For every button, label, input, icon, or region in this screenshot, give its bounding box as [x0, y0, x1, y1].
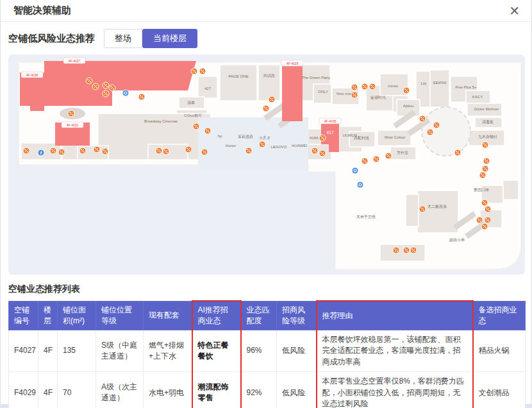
- col-header-floor: 楼层: [38, 301, 58, 330]
- recommendation-table: 空铺编号楼层铺位面积(m²)铺位位置等级现有配套AI推荐招商业态业态匹配度招商风…: [8, 300, 526, 408]
- cell-area: 70: [58, 372, 96, 408]
- shop-promo-marker-icon[interactable]: [403, 247, 410, 253]
- shop-promo-marker-icon[interactable]: [385, 153, 392, 159]
- shop-promo-marker-icon[interactable]: [193, 123, 199, 130]
- brand-marker-icon[interactable]: [122, 90, 129, 96]
- map-shop-label: 大米于古情: [356, 214, 376, 219]
- shop-promo-marker-icon[interactable]: [163, 148, 169, 155]
- shop-promo-marker-icon[interactable]: [94, 146, 100, 153]
- col-header-area: 铺位面积(m²): [58, 301, 96, 330]
- brand-marker-icon[interactable]: [357, 182, 363, 188]
- shop-promo-marker-icon[interactable]: [86, 78, 92, 84]
- shop-promo-marker-icon[interactable]: [410, 247, 417, 253]
- map-shop-label: 金禧时代: [370, 96, 386, 100]
- table-row[interactable]: F40294F70A级（次主通道）水电+弱电潮流配饰零售92%低风险本层零售业态…: [9, 372, 526, 408]
- map-shop-label: HUAWEI: [292, 144, 307, 148]
- shop-promo-marker-icon[interactable]: [269, 96, 275, 103]
- shop-promo-marker-icon[interactable]: [481, 200, 488, 206]
- shop-promo-marker-icon[interactable]: [109, 85, 115, 91]
- vacant-shop-badge-label: 4F-4032: [67, 123, 79, 127]
- shop-promo-marker-icon[interactable]: [427, 129, 433, 135]
- map-shop-label: 茉莉酒后: [238, 135, 253, 139]
- shop-promo-marker-icon[interactable]: [393, 247, 399, 253]
- store-block: [313, 84, 331, 103]
- shop-promo-marker-icon[interactable]: [23, 148, 29, 154]
- cell-reason: 本层零售业态空置率仅8%，客群消费力匹配，小面积铺位投入低，招商周期短，无业态过…: [317, 372, 473, 408]
- shop-promo-marker-icon[interactable]: [419, 115, 426, 122]
- brand-marker-icon[interactable]: f: [38, 149, 44, 156]
- close-icon[interactable]: ✕: [509, 4, 520, 17]
- shop-promo-marker-icon[interactable]: [103, 82, 109, 89]
- shop-promo-marker-icon[interactable]: [481, 223, 488, 230]
- shop-promo-marker-icon[interactable]: [482, 166, 488, 172]
- cell-floor: 4F: [38, 372, 58, 408]
- store-block: [406, 194, 419, 226]
- store-block: [503, 180, 519, 200]
- cell-id: F4029: [9, 372, 38, 408]
- cell-ai_type: 潮流配饰零售: [192, 372, 241, 408]
- map-shop-label: Ajidou: [403, 104, 414, 108]
- map-shop-label: 西配利道: [354, 136, 369, 140]
- vacant-shop-area[interactable]: [20, 72, 44, 111]
- shop-promo-marker-icon[interactable]: [479, 172, 486, 178]
- shop-promo-marker-icon[interactable]: [362, 83, 368, 90]
- shop-promo-marker-icon[interactable]: [199, 68, 206, 74]
- shop-promo-marker-icon[interactable]: [485, 206, 491, 212]
- toggle-current-floor[interactable]: 当前楼层: [142, 29, 197, 48]
- dialog-header: 智能决策辅助 ✕: [1, 0, 531, 22]
- shop-promo-marker-icon[interactable]: [373, 156, 379, 162]
- map-shop-label: 四试西: [263, 74, 275, 78]
- shop-promo-marker-icon[interactable]: [92, 83, 99, 90]
- shop-promo-marker-icon[interactable]: [50, 148, 56, 154]
- shop-promo-marker-icon[interactable]: [362, 158, 368, 164]
- shop-promo-marker-icon[interactable]: [185, 146, 192, 153]
- shop-promo-marker-icon[interactable]: [102, 148, 108, 155]
- shop-promo-marker-icon[interactable]: [454, 149, 461, 156]
- cell-ai_type: 特色正餐餐饮: [192, 330, 241, 372]
- shop-promo-marker-icon[interactable]: [259, 141, 265, 148]
- shop-promo-marker-icon[interactable]: [312, 148, 318, 154]
- shop-promo-marker-icon[interactable]: [351, 84, 358, 90]
- cell-floor: 4F: [38, 330, 58, 372]
- col-header-facilities: 现有配套: [144, 301, 192, 330]
- shop-promo-marker-icon[interactable]: [482, 142, 488, 148]
- shop-promo-marker-icon[interactable]: [483, 158, 490, 164]
- table-row[interactable]: F40274F135S级（中庭主通道）燃气+排烟+上下水特色正餐餐饮96%低风险…: [9, 330, 526, 372]
- shop-promo-marker-icon[interactable]: [201, 149, 208, 155]
- col-header-reason: 推荐理由: [317, 301, 473, 330]
- shop-promo-marker-icon[interactable]: [68, 110, 74, 117]
- shop-promo-marker-icon[interactable]: [263, 105, 269, 112]
- shop-promo-marker-icon[interactable]: [204, 128, 211, 134]
- shop-promo-marker-icon[interactable]: [433, 122, 440, 128]
- vacant-shop-area[interactable]: [282, 61, 303, 121]
- shop-promo-marker-icon[interactable]: [351, 92, 358, 98]
- cell-match: 92%: [241, 372, 277, 408]
- shop-promo-marker-icon[interactable]: [191, 68, 197, 74]
- map-shop-label: 重固口味: [473, 187, 489, 192]
- col-header-grade: 铺位位置等级: [96, 301, 144, 330]
- shop-promo-marker-icon[interactable]: [319, 150, 326, 157]
- shop-promo-marker-icon[interactable]: [138, 94, 145, 100]
- shop-promo-marker-icon[interactable]: [419, 206, 426, 212]
- brand-marker-icon[interactable]: [352, 167, 358, 174]
- vacant-shop-badge-label: 4F-4038: [26, 73, 38, 77]
- ai-decision-dialog: 智能决策辅助 ✕ 空铺低风险业态推荐 整场 当前楼层 4174F-40274F-…: [0, 0, 532, 405]
- floor-plan-container: 4174F-40274F-40294F-40324F-40354F-403842…: [8, 55, 524, 275]
- cell-alternative: 精品火锅: [473, 330, 526, 372]
- cell-reason: 本层餐饮坪效稳居第一，该铺配套、面积完全适配正餐业态，客流曝光度拉满，招商成功率…: [317, 330, 473, 372]
- toggle-whole-mall[interactable]: 整场: [104, 29, 142, 48]
- shop-promo-marker-icon[interactable]: [79, 148, 86, 154]
- shop-promo-marker-icon[interactable]: [245, 148, 252, 154]
- shop-promo-marker-icon[interactable]: [58, 149, 65, 155]
- shop-promo-marker-icon[interactable]: [319, 135, 326, 141]
- floor-plan-map[interactable]: 4174F-40274F-40294F-40324F-40354F-403842…: [8, 55, 525, 275]
- shop-promo-marker-icon[interactable]: [369, 83, 376, 90]
- shop-promo-marker-icon[interactable]: [403, 87, 410, 94]
- map-shop-label: Broadway Cinemas: [144, 119, 178, 123]
- shop-promo-marker-icon[interactable]: [156, 148, 162, 154]
- shop-promo-marker-icon[interactable]: [485, 217, 491, 223]
- shop-promo-marker-icon[interactable]: [103, 90, 109, 97]
- map-shop-label: KACY: [472, 95, 483, 99]
- shop-promo-marker-icon[interactable]: [476, 217, 483, 223]
- map-shop-label: Lily: [420, 81, 426, 85]
